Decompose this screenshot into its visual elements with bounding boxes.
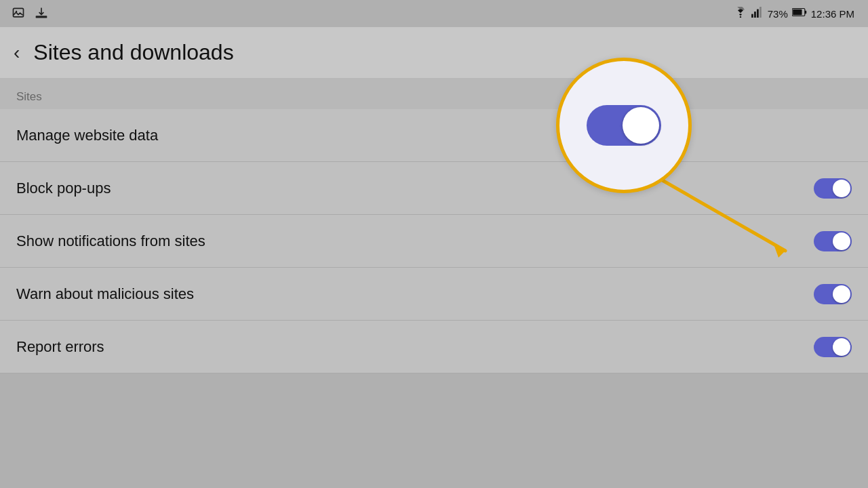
- item-label-block-popups: Block pop-ups: [16, 180, 111, 197]
- header: ‹ Sites and downloads: [0, 27, 868, 78]
- download-icon: [34, 5, 49, 20]
- list-item[interactable]: Warn about malicious sites: [0, 268, 868, 321]
- time-display: 12:36 PM: [811, 8, 854, 20]
- svg-rect-9: [793, 9, 802, 16]
- back-button[interactable]: ‹: [14, 42, 20, 64]
- list-item[interactable]: Manage website data: [0, 109, 868, 162]
- signal-icon: [751, 7, 764, 20]
- toggle-knob: [833, 285, 850, 303]
- toggle-block-popups[interactable]: [814, 178, 852, 199]
- item-label-show-notifications: Show notifications from sites: [16, 232, 205, 250]
- svg-rect-0: [14, 8, 24, 16]
- toggle-knob: [833, 232, 850, 250]
- list-item[interactable]: Report errors: [0, 321, 868, 373]
- magnify-circle: [556, 58, 692, 193]
- battery-icon: [792, 7, 807, 20]
- wifi-icon: [734, 7, 747, 20]
- toggle-show-notifications[interactable]: [814, 231, 852, 251]
- item-label-report-errors: Report errors: [16, 338, 104, 356]
- toggle-knob: [833, 180, 850, 197]
- notification-bar: [11, 5, 49, 20]
- svg-rect-4: [751, 14, 753, 18]
- svg-rect-5: [754, 12, 756, 18]
- status-icons: 73% 12:36 PM: [734, 7, 854, 20]
- svg-rect-6: [757, 9, 759, 18]
- page-title: Sites and downloads: [33, 40, 233, 65]
- item-label-manage-website-data: Manage website data: [16, 127, 158, 144]
- magnified-toggle: [587, 105, 661, 146]
- svg-rect-2: [36, 16, 47, 18]
- battery-percentage: 73%: [768, 8, 788, 20]
- svg-rect-7: [760, 7, 762, 18]
- list-item[interactable]: Block pop-ups: [0, 162, 868, 215]
- toggle-knob: [833, 338, 850, 356]
- settings-list: Manage website data Block pop-ups Show n…: [0, 109, 868, 373]
- svg-rect-10: [805, 11, 806, 14]
- svg-point-3: [740, 16, 741, 18]
- list-item[interactable]: Show notifications from sites: [0, 215, 868, 268]
- magnified-knob: [623, 107, 659, 144]
- status-bar: 73% 12:36 PM: [0, 0, 868, 27]
- item-label-warn-malicious: Warn about malicious sites: [16, 285, 194, 303]
- toggle-warn-malicious[interactable]: [814, 284, 852, 304]
- photo-icon: [11, 5, 26, 20]
- toggle-report-errors[interactable]: [814, 337, 852, 357]
- section-label-sites: Sites: [0, 78, 868, 109]
